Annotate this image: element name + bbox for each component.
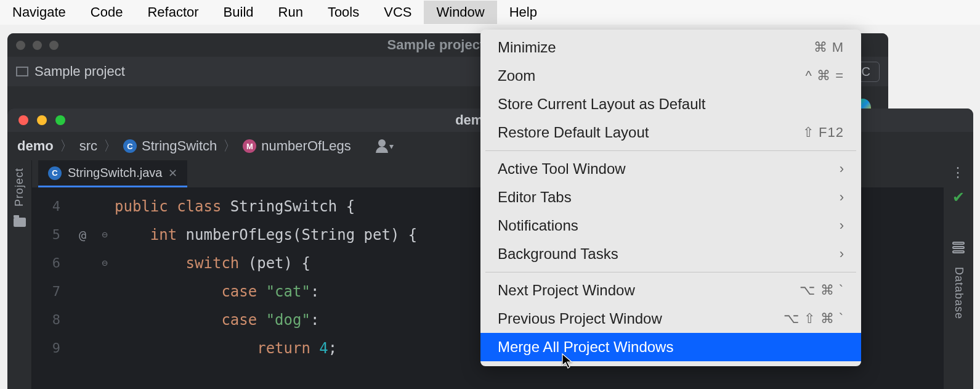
code-text: case "cat": xyxy=(115,277,319,306)
shortcut-label: ⌘ M xyxy=(814,39,844,55)
breadcrumb-demo[interactable]: demo xyxy=(17,138,54,154)
database-icon[interactable] xyxy=(952,242,965,253)
menu-run[interactable]: Run xyxy=(266,1,315,24)
menu-item-background-tasks[interactable]: Background Tasks› xyxy=(480,240,861,268)
shortcut-label: ⌥ ⇧ ⌘ ` xyxy=(784,311,844,327)
menu-item-minimize[interactable]: Minimize⌘ M xyxy=(480,33,861,62)
menu-navigate[interactable]: Navigate xyxy=(0,1,78,24)
project-icon xyxy=(16,67,28,76)
menu-separator xyxy=(485,150,856,151)
submenu-chevron-icon: › xyxy=(840,161,844,177)
menu-tools[interactable]: Tools xyxy=(315,1,371,24)
zoom-button[interactable] xyxy=(55,115,65,125)
class-icon: C xyxy=(48,166,62,180)
shortcut-label: ⇧ F12 xyxy=(803,125,844,141)
submenu-chevron-icon: › xyxy=(840,246,844,262)
menu-separator xyxy=(485,272,856,272)
menu-item-merge-all-project-windows[interactable]: Merge All Project Windows xyxy=(480,333,861,361)
submenu-chevron-icon: › xyxy=(840,218,844,234)
line-number: 7 xyxy=(32,277,70,306)
menu-item-active-tool-window[interactable]: Active Tool Window› xyxy=(480,155,861,183)
code-text: case "dog": xyxy=(115,306,319,334)
class-icon: C xyxy=(123,139,137,153)
traffic-lights xyxy=(18,115,65,125)
left-tool-strip: Project xyxy=(7,160,32,389)
project-tool-label[interactable]: Project xyxy=(13,168,26,207)
menu-item-notifications[interactable]: Notifications› xyxy=(480,211,861,240)
menu-item-restore-default-layout[interactable]: Restore Default Layout⇧ F12 xyxy=(480,118,861,147)
chevron-right-icon: 〉 xyxy=(60,137,73,155)
database-tool-label[interactable]: Database xyxy=(952,267,965,319)
menu-window[interactable]: Window xyxy=(424,1,496,24)
traffic-lights-inactive xyxy=(16,41,59,50)
project-chip[interactable]: Sample project xyxy=(16,63,125,80)
close-dot[interactable] xyxy=(16,41,25,50)
mouse-cursor xyxy=(562,353,573,369)
breadcrumb-numberoflegs[interactable]: MnumberOfLegs xyxy=(243,138,351,154)
code-text: return 4; xyxy=(115,334,337,362)
menu-item-editor-tabs[interactable]: Editor Tabs› xyxy=(480,183,861,211)
tab-filename: StringSwitch.java xyxy=(68,166,162,180)
line-number: 6 xyxy=(32,249,70,277)
shortcut-label: ⌥ ⌘ ` xyxy=(800,282,844,298)
chevron-right-icon: 〉 xyxy=(223,137,237,155)
menu-help[interactable]: Help xyxy=(497,1,549,24)
submenu-chevron-icon: › xyxy=(840,189,844,205)
inspection-ok-icon[interactable]: ✔ xyxy=(952,189,965,206)
project-tool-icon[interactable] xyxy=(14,218,26,227)
editor-tab[interactable]: C StringSwitch.java ✕ xyxy=(38,160,187,187)
minimize-button[interactable] xyxy=(37,115,47,125)
close-tab-icon[interactable]: ✕ xyxy=(168,166,177,180)
menu-refactor[interactable]: Refactor xyxy=(135,1,211,24)
breadcrumb-stringswitch[interactable]: CStringSwitch xyxy=(123,138,217,154)
line-number: 9 xyxy=(32,334,70,362)
right-tool-strip: ⋮ ✔ Database xyxy=(944,160,973,389)
project-name: Sample project xyxy=(34,63,125,80)
fold-icon[interactable]: ⊖ xyxy=(95,249,115,277)
fold-icon[interactable]: ⊖ xyxy=(95,221,115,249)
close-button[interactable] xyxy=(18,115,28,125)
collaborators-icon[interactable]: ▾ xyxy=(376,139,394,153)
code-text: public class StringSwitch { xyxy=(115,192,355,221)
minimize-dot[interactable] xyxy=(33,41,42,50)
menu-item-next-project-window[interactable]: Next Project Window⌥ ⌘ ` xyxy=(480,276,861,305)
menu-item-previous-project-window[interactable]: Previous Project Window⌥ ⇧ ⌘ ` xyxy=(480,305,861,333)
breadcrumb-src[interactable]: src xyxy=(79,138,97,154)
line-number: 4 xyxy=(32,192,70,221)
code-text: int numberOfLegs(String pet) { xyxy=(115,221,417,249)
line-number: 8 xyxy=(32,306,70,334)
menubar: NavigateCodeRefactorBuildRunToolsVCSWind… xyxy=(0,0,980,25)
method-icon: M xyxy=(243,139,256,153)
code-text: switch (pet) { xyxy=(115,249,310,277)
chevron-right-icon: 〉 xyxy=(103,137,117,155)
menu-build[interactable]: Build xyxy=(211,1,266,24)
gutter-annotation: @ xyxy=(70,221,95,249)
menu-code[interactable]: Code xyxy=(78,1,136,24)
shortcut-label: ^ ⌘ = xyxy=(806,68,844,84)
window-menu-dropdown: Minimize⌘ MZoom^ ⌘ =Store Current Layout… xyxy=(480,30,861,366)
menu-item-store-current-layout-as-default[interactable]: Store Current Layout as Default xyxy=(480,90,861,118)
line-number: 5 xyxy=(32,221,70,249)
zoom-dot[interactable] xyxy=(49,41,59,50)
menu-vcs[interactable]: VCS xyxy=(371,1,424,24)
menu-item-zoom[interactable]: Zoom^ ⌘ = xyxy=(480,62,861,90)
more-icon[interactable]: ⋮ xyxy=(951,170,966,175)
